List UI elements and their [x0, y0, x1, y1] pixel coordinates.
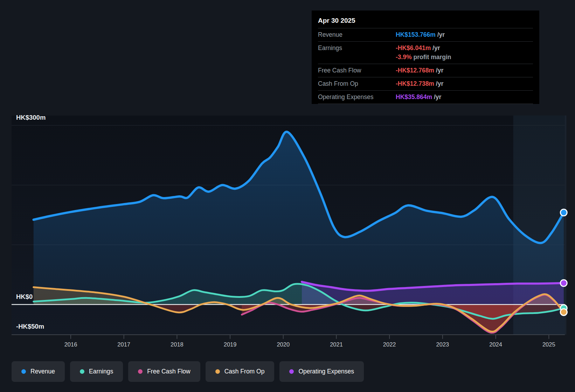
free-cash-flow-dot-icon — [138, 369, 143, 374]
x-axis-label: 2020 — [277, 341, 290, 348]
legend-label: Cash From Op — [224, 368, 265, 375]
tooltip-row-cash-from-op: Cash From Op -HK$12.738m /yr — [318, 77, 533, 90]
legend-label: Earnings — [89, 368, 113, 375]
cash-from-op-dot-icon — [215, 369, 220, 374]
tooltip-row-earnings: Earnings -HK$6.041m /yr -3.9% profit mar… — [318, 41, 533, 64]
legend-label: Revenue — [30, 368, 55, 375]
tooltip-row-free-cash-flow: Free Cash Flow -HK$12.768m /yr — [318, 64, 533, 77]
tooltip-profit-margin: -3.9% profit margin — [396, 53, 533, 61]
x-axis-label: 2017 — [117, 341, 130, 348]
tooltip-value-group: -HK$6.041m /yr -3.9% profit margin — [396, 44, 533, 61]
tooltip-body: Revenue HK$153.766m /yr Earnings -HK$6.0… — [318, 28, 533, 104]
x-axis-label: 2019 — [224, 341, 237, 348]
tooltip-label: Free Cash Flow — [318, 66, 396, 75]
tooltip-label: Earnings — [318, 44, 396, 52]
x-axis-label: 2018 — [171, 341, 183, 348]
legend-label: Free Cash Flow — [147, 368, 190, 375]
tooltip-value: HK$153.766m /yr — [396, 30, 533, 39]
tooltip-value: HK$35.864m /yr — [396, 93, 533, 101]
tooltip-label: Cash From Op — [318, 79, 396, 88]
revenue-dot-icon — [21, 369, 26, 374]
tooltip-value: -HK$6.041m /yr — [396, 44, 440, 51]
y-axis-label: HK$0 — [16, 293, 33, 300]
x-axis-label: 2016 — [64, 341, 77, 348]
revenue-endpoint-marker — [560, 209, 567, 216]
x-axis-label: 2024 — [489, 341, 502, 348]
legend-label: Operating Expenses — [298, 368, 354, 375]
tooltip-label: Revenue — [318, 30, 396, 39]
earnings-dot-icon — [80, 369, 84, 374]
y-axis-label: HK$300m — [16, 114, 46, 121]
legend-item-earnings[interactable]: Earnings — [70, 361, 123, 382]
cash-from-op-endpoint-marker — [560, 309, 567, 315]
legend-item-free-cash-flow[interactable]: Free Cash Flow — [128, 361, 200, 382]
operating-expenses-endpoint-marker — [560, 280, 567, 286]
x-axis-label: 2022 — [383, 341, 396, 348]
x-axis-label: 2025 — [542, 341, 555, 348]
legend-item-operating-expenses[interactable]: Operating Expenses — [279, 361, 364, 382]
chart-legend: Revenue Earnings Free Cash Flow Cash Fro… — [12, 361, 364, 382]
x-axis-label: 2023 — [436, 341, 449, 348]
tooltip-date: Apr 30 2025 — [318, 14, 533, 28]
tooltip-value: -HK$12.738m /yr — [396, 79, 533, 88]
tooltip-value: -HK$12.768m /yr — [396, 66, 533, 75]
tooltip-label: Operating Expenses — [318, 93, 396, 101]
x-axis-label: 2021 — [330, 341, 343, 348]
legend-item-cash-from-op[interactable]: Cash From Op — [206, 361, 275, 382]
y-axis-label: -HK$50m — [16, 323, 44, 330]
tooltip-row-operating-expenses: Operating Expenses HK$35.864m /yr — [318, 90, 533, 104]
tooltip-row-revenue: Revenue HK$153.766m /yr — [318, 28, 533, 41]
chart-tooltip: Apr 30 2025 Revenue HK$153.766m /yr Earn… — [312, 10, 539, 104]
legend-item-revenue[interactable]: Revenue — [12, 361, 65, 382]
financial-history-chart-page: HK$300mHK$0-HK$50m2016201720182019202020… — [0, 0, 575, 392]
operating-expenses-dot-icon — [289, 369, 294, 374]
